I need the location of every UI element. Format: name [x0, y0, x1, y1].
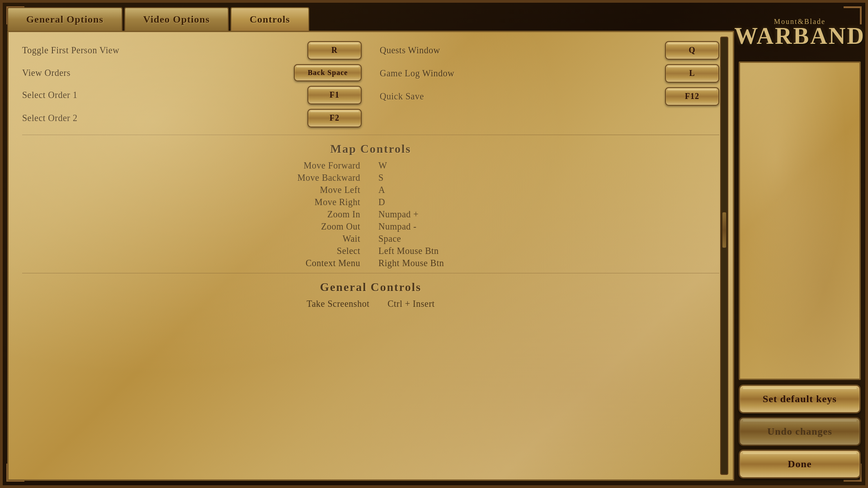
tab-general[interactable]: General Options	[7, 7, 123, 31]
label-view-orders: View Orders	[22, 68, 71, 78]
key-view-orders-text: Back Space	[308, 69, 348, 76]
corner-decoration-tr	[844, 6, 862, 24]
map-controls-grid: Move Forward W Move Backward S Move Left…	[280, 160, 461, 268]
control-row-select-order-1: Select Order 1 F1	[22, 86, 362, 104]
map-key-move-left: A	[374, 185, 461, 195]
label-quick-save: Quick Save	[380, 91, 424, 102]
control-row-view-orders: View Orders Back Space	[22, 64, 362, 81]
content-panel: Toggle First Person View R View Orders B…	[7, 31, 734, 481]
map-label-move-left: Move Left	[280, 185, 374, 195]
divider-2	[22, 273, 719, 273]
key-quick-save[interactable]: F12	[665, 87, 719, 106]
map-label-move-forward: Move Forward	[280, 160, 374, 171]
general-controls-title: General Controls	[22, 281, 719, 294]
map-label-select: Select	[280, 246, 374, 256]
done-button[interactable]: Done	[739, 450, 861, 479]
scrollbar-track[interactable]	[720, 37, 728, 475]
map-key-wait: Space	[374, 234, 461, 244]
map-key-select: Left Mouse Btn	[374, 246, 461, 256]
map-label-wait: Wait	[280, 234, 374, 244]
map-label-zoom-out: Zoom Out	[280, 221, 374, 232]
tab-video-label: Video Options	[143, 14, 210, 25]
right-panel: Mount&Blade WARBAND Set default keys Und…	[739, 7, 861, 481]
divider-1	[22, 135, 719, 135]
map-label-zoom-in: Zoom In	[280, 209, 374, 220]
control-row-select-order-2: Select Order 2 F2	[22, 109, 362, 127]
general-controls-grid: Take Screenshot Ctrl + Insert	[280, 299, 461, 309]
key-select-order-1[interactable]: F1	[307, 86, 362, 104]
logo-bottom: WARBAND	[734, 26, 865, 47]
general-key-screenshot: Ctrl + Insert	[383, 299, 461, 309]
map-key-zoom-in: Numpad +	[374, 209, 461, 220]
key-view-orders[interactable]: Back Space	[294, 64, 362, 81]
control-row-quick-save: Quick Save F12	[380, 87, 719, 106]
key-toggle-fpv[interactable]: R	[307, 41, 362, 60]
control-row-quests-window: Quests Window Q	[380, 41, 719, 60]
key-select-order-2-text: F2	[330, 113, 340, 122]
label-select-order-1: Select Order 1	[22, 90, 78, 100]
map-controls-title: Map Controls	[22, 142, 719, 156]
main-layout: General Options Video Options Controls T…	[3, 3, 865, 485]
label-toggle-fpv: Toggle First Person View	[22, 45, 119, 56]
key-quests-window[interactable]: Q	[665, 41, 719, 60]
left-panel: General Options Video Options Controls T…	[7, 7, 734, 481]
undo-changes-button[interactable]: Undo changes	[739, 417, 861, 446]
label-game-log-window: Game Log Window	[380, 68, 454, 79]
bottom-buttons: Set default keys Undo changes Done	[739, 385, 861, 481]
map-label-move-backward: Move Backward	[280, 173, 374, 183]
map-key-context-menu: Right Mouse Btn	[374, 258, 461, 268]
tab-controls-label: Controls	[250, 14, 290, 25]
set-default-keys-button[interactable]: Set default keys	[739, 385, 861, 413]
map-key-move-backward: S	[374, 173, 461, 183]
tab-controls[interactable]: Controls	[231, 7, 309, 31]
tab-general-label: General Options	[26, 14, 104, 25]
done-label: Done	[788, 458, 812, 469]
map-label-move-right: Move Right	[280, 197, 374, 207]
scrollbar-thumb[interactable]	[722, 212, 726, 248]
key-quick-save-text: F12	[685, 92, 699, 101]
main-window: General Options Video Options Controls T…	[0, 0, 868, 488]
key-select-order-2[interactable]: F2	[307, 109, 362, 127]
set-default-keys-label: Set default keys	[763, 393, 837, 404]
control-row-game-log-window: Game Log Window L	[380, 64, 719, 83]
general-label-screenshot: Take Screenshot	[280, 299, 383, 309]
key-game-log-window-text: L	[689, 69, 695, 78]
key-quests-window-text: Q	[689, 46, 695, 55]
map-key-move-right: D	[374, 197, 461, 207]
map-key-move-forward: W	[374, 160, 461, 171]
label-quests-window: Quests Window	[380, 45, 440, 56]
label-select-order-2: Select Order 2	[22, 113, 78, 123]
logo-area: Mount&Blade WARBAND	[739, 7, 861, 57]
map-key-zoom-out: Numpad -	[374, 221, 461, 232]
tab-video[interactable]: Video Options	[124, 7, 229, 31]
control-row-toggle-fpv: Toggle First Person View R	[22, 41, 362, 60]
key-toggle-fpv-text: R	[331, 46, 338, 55]
tabs-row: General Options Video Options Controls	[7, 7, 734, 31]
undo-changes-label: Undo changes	[767, 426, 832, 437]
key-game-log-window[interactable]: L	[665, 64, 719, 83]
map-label-context-menu: Context Menu	[280, 258, 374, 268]
preview-box	[739, 61, 861, 380]
key-select-order-1-text: F1	[330, 90, 340, 99]
